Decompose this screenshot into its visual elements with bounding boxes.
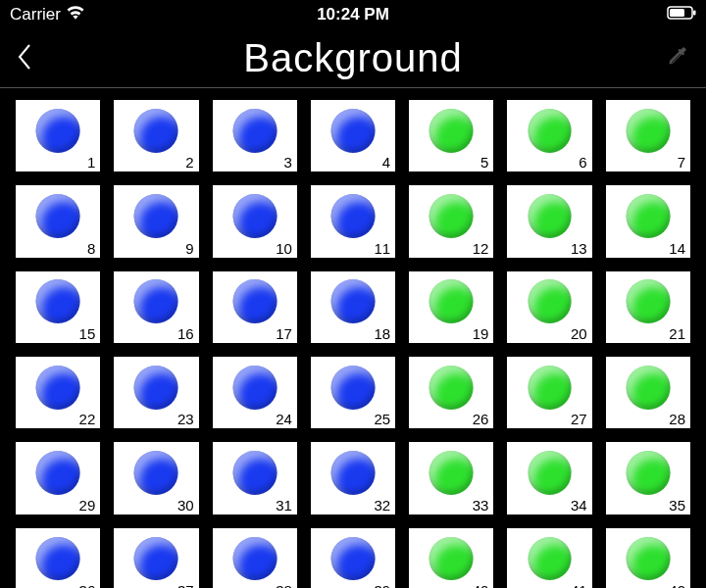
swatch-index: 14 [669, 241, 685, 256]
color-swatch[interactable]: 19 [409, 271, 493, 343]
color-swatch[interactable]: 5 [409, 100, 493, 172]
swatch-index: 33 [473, 498, 489, 513]
swatch-index: 5 [480, 155, 488, 170]
swatch-circle [134, 109, 178, 153]
swatch-index: 19 [473, 326, 489, 341]
swatch-circle [626, 279, 670, 323]
swatch-index: 23 [177, 412, 194, 426]
color-swatch[interactable]: 33 [409, 442, 493, 514]
color-swatch[interactable]: 2 [114, 100, 198, 172]
color-swatch[interactable]: 32 [311, 442, 395, 514]
swatch-index: 37 [177, 583, 194, 588]
swatch-circle [232, 537, 277, 581]
swatch-circle [36, 194, 80, 238]
color-swatch[interactable]: 16 [114, 271, 198, 343]
color-swatch[interactable]: 21 [606, 271, 690, 343]
color-swatch[interactable]: 25 [311, 357, 395, 428]
swatch-index: 10 [276, 241, 292, 256]
color-swatch[interactable]: 42 [606, 528, 690, 588]
swatch-index: 3 [284, 155, 292, 170]
swatch-index: 32 [374, 498, 390, 513]
swatch-circle [429, 279, 474, 323]
swatch-circle [429, 109, 474, 153]
color-swatch[interactable]: 27 [507, 357, 591, 428]
swatch-circle [134, 366, 178, 410]
color-swatch[interactable]: 9 [114, 185, 198, 257]
color-swatch[interactable]: 20 [507, 271, 591, 343]
color-swatch[interactable]: 26 [409, 357, 493, 428]
color-swatch[interactable]: 37 [114, 528, 198, 588]
swatch-circle [429, 194, 474, 238]
swatch-circle [36, 366, 80, 410]
wifi-icon [67, 5, 84, 24]
color-swatch[interactable]: 8 [16, 185, 100, 257]
swatch-index: 30 [177, 498, 194, 513]
color-swatch[interactable]: 13 [507, 185, 591, 257]
swatch-index: 40 [473, 583, 489, 588]
swatch-circle [626, 537, 670, 581]
color-swatch[interactable]: 3 [213, 100, 297, 172]
swatch-index: 39 [374, 583, 390, 588]
color-swatch[interactable]: 28 [606, 357, 690, 428]
color-swatch[interactable]: 36 [16, 528, 100, 588]
swatch-circle [528, 109, 572, 153]
swatch-circle [232, 366, 277, 410]
eyedropper-button[interactable] [651, 44, 690, 74]
swatch-index: 18 [374, 326, 390, 341]
color-swatch[interactable]: 24 [213, 357, 297, 428]
swatch-circle [36, 109, 80, 153]
swatch-index: 36 [79, 583, 96, 588]
color-swatch[interactable]: 30 [114, 442, 198, 514]
color-grid-scroll[interactable]: 1234567891011121314151617181920212223242… [0, 88, 706, 588]
swatch-index: 21 [669, 326, 685, 341]
swatch-index: 7 [678, 155, 685, 170]
swatch-circle [36, 451, 80, 495]
swatch-index: 34 [571, 498, 587, 513]
color-swatch[interactable]: 14 [606, 185, 690, 257]
swatch-circle [331, 194, 376, 238]
swatch-circle [626, 194, 670, 238]
color-swatch[interactable]: 39 [311, 528, 395, 588]
color-swatch[interactable]: 29 [16, 442, 100, 514]
color-swatch[interactable]: 31 [213, 442, 297, 514]
swatch-index: 20 [571, 326, 587, 341]
back-button[interactable] [16, 42, 55, 75]
color-swatch[interactable]: 34 [507, 442, 591, 514]
color-swatch[interactable]: 4 [311, 100, 395, 172]
color-swatch[interactable]: 23 [114, 357, 198, 428]
swatch-circle [36, 279, 80, 323]
color-swatch[interactable]: 38 [213, 528, 297, 588]
color-swatch[interactable]: 40 [409, 528, 493, 588]
swatch-circle [429, 537, 474, 581]
color-swatch[interactable]: 12 [409, 185, 493, 257]
swatch-index: 26 [473, 412, 489, 426]
swatch-circle [626, 366, 670, 410]
swatch-index: 22 [79, 412, 96, 426]
color-swatch[interactable]: 41 [507, 528, 591, 588]
swatch-circle [528, 537, 572, 581]
color-swatch[interactable]: 18 [311, 271, 395, 343]
color-swatch[interactable]: 17 [213, 271, 297, 343]
swatch-index: 29 [79, 498, 96, 513]
swatch-circle [626, 451, 670, 495]
swatch-index: 11 [374, 241, 390, 256]
swatch-index: 2 [185, 155, 193, 170]
swatch-circle [134, 194, 178, 238]
color-swatch[interactable]: 15 [16, 271, 100, 343]
swatch-circle [331, 451, 376, 495]
status-bar: Carrier 10:24 PM [0, 0, 706, 29]
color-swatch[interactable]: 10 [213, 185, 297, 257]
swatch-circle [134, 451, 178, 495]
swatch-index: 15 [79, 326, 96, 341]
swatch-circle [626, 109, 670, 153]
color-swatch[interactable]: 7 [606, 100, 690, 172]
color-swatch[interactable]: 22 [16, 357, 100, 428]
color-swatch[interactable]: 35 [606, 442, 690, 514]
swatch-index: 35 [669, 498, 685, 513]
svg-rect-1 [670, 9, 684, 17]
swatch-index: 28 [669, 412, 685, 426]
color-swatch[interactable]: 1 [16, 100, 100, 172]
color-swatch[interactable]: 11 [311, 185, 395, 257]
swatch-circle [528, 194, 572, 238]
color-swatch[interactable]: 6 [507, 100, 591, 172]
